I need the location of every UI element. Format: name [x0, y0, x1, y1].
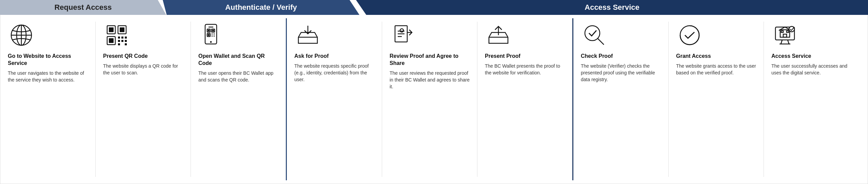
- step-title-present-qr: Present QR Code: [103, 53, 148, 60]
- upload-box-icon: [485, 22, 512, 49]
- svg-rect-5: [109, 27, 114, 32]
- step-check-proof: Check Proof The website (Verifier) check…: [573, 18, 668, 180]
- step-title-review-proof: Review Proof and Agree to Share: [390, 53, 471, 67]
- request-label: Request Access: [54, 3, 112, 12]
- shield-check-icon: [676, 22, 703, 49]
- diagram: Request Access Authenticate / Verify Acc…: [0, 0, 868, 184]
- svg-point-52: [789, 26, 794, 32]
- step-title-open-wallet: Open Wallet and Scan QR Code: [198, 53, 280, 67]
- svg-rect-26: [208, 34, 210, 36]
- step-desc-review-proof: The user reviews the requested proof in …: [390, 70, 471, 90]
- step-present-proof: Present Proof The BC Wallet presents the…: [477, 18, 572, 180]
- step-desc-ask-proof: The website requests specific proof (e.g…: [294, 63, 376, 83]
- svg-line-45: [781, 40, 782, 44]
- request-header: Request Access: [0, 0, 166, 15]
- authenticate-label: Authenticate / Verify: [225, 3, 297, 12]
- svg-rect-10: [118, 37, 120, 39]
- svg-line-42: [598, 39, 604, 45]
- step-desc-check-proof: The website (Verifier) checks the presen…: [581, 63, 662, 83]
- step-present-qr: Present QR Code The website displays a Q…: [96, 18, 191, 180]
- svg-rect-29: [212, 36, 213, 37]
- svg-rect-28: [214, 33, 215, 34]
- step-title-access-service: Access Service: [771, 53, 811, 60]
- qr-icon: [103, 22, 130, 49]
- svg-rect-27: [212, 33, 213, 34]
- phone-qr-icon: [198, 22, 225, 49]
- step-title-present-proof: Present Proof: [485, 53, 520, 60]
- svg-rect-49: [783, 34, 787, 37]
- step-desc-go-to-website: The user navigates to the website of the…: [8, 70, 89, 84]
- step-ask-proof: Ask for Proof The website requests speci…: [287, 18, 382, 180]
- svg-rect-16: [118, 43, 120, 45]
- globe-icon: [8, 22, 35, 49]
- authenticate-header: Authenticate / Verify: [163, 0, 359, 15]
- svg-rect-9: [109, 38, 114, 43]
- access-header: Access Service: [356, 0, 868, 15]
- content-row: Go to Website to Access Service The user…: [0, 15, 868, 184]
- step-title-ask-proof: Ask for Proof: [294, 53, 329, 60]
- svg-rect-17: [125, 40, 127, 42]
- step-review-proof: Review Proof and Agree to Share The user…: [382, 18, 477, 180]
- step-desc-present-qr: The website displays a QR code for the u…: [103, 63, 184, 76]
- svg-rect-15: [125, 43, 127, 45]
- svg-rect-22: [208, 30, 210, 31]
- search-check-icon: [581, 22, 608, 49]
- svg-rect-12: [125, 37, 127, 39]
- svg-point-20: [210, 41, 212, 43]
- svg-line-46: [788, 40, 789, 44]
- header-row: Request Access Authenticate / Verify Acc…: [0, 0, 868, 15]
- inbox-down-icon: [294, 22, 321, 49]
- step-title-grant-access: Grant Access: [676, 53, 711, 60]
- monitor-building-icon: [771, 22, 798, 49]
- svg-point-41: [585, 26, 600, 41]
- step-title-check-proof: Check Proof: [581, 53, 613, 60]
- step-open-wallet: Open Wallet and Scan QR Code The user op…: [191, 18, 286, 180]
- svg-rect-51: [787, 31, 789, 32]
- step-desc-present-proof: The BC Wallet presents the proof to the …: [485, 63, 566, 76]
- step-title-go-to-website: Go to Website to Access Service: [8, 53, 89, 67]
- step-go-to-website: Go to Website to Access Service The user…: [0, 18, 95, 180]
- svg-rect-24: [212, 30, 214, 31]
- svg-point-37: [400, 29, 403, 32]
- step-grant-access: Grant Access The website grants access t…: [669, 18, 764, 180]
- svg-rect-7: [120, 27, 124, 32]
- svg-rect-13: [118, 40, 120, 42]
- step-desc-grant-access: The website grants access to the user ba…: [676, 63, 757, 76]
- svg-rect-50: [781, 31, 783, 32]
- step-desc-open-wallet: The user opens their BC Wallet app and s…: [198, 70, 280, 84]
- svg-rect-14: [121, 40, 123, 42]
- access-service-label: Access Service: [585, 3, 639, 12]
- svg-rect-11: [121, 37, 123, 39]
- svg-rect-30: [214, 36, 215, 37]
- step-desc-access-service: The user successfully accesses and uses …: [771, 63, 853, 76]
- step-access-service: Access Service The user successfully acc…: [764, 18, 859, 180]
- doc-arrow-icon: [390, 22, 417, 49]
